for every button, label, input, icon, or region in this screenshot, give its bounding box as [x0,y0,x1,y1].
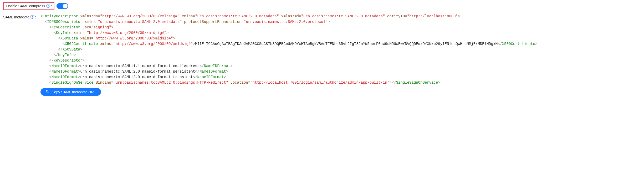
copy-button-label: Copy SAML metadata URL [52,90,96,94]
saml-metadata-viewer[interactable]: <EntityDescriptor xmlns:ds="http://www.w… [40,14,641,85]
help-icon[interactable]: ? [30,15,34,19]
label-colon: : [35,15,36,19]
svg-rect-0 [47,91,49,93]
toggle-knob [63,4,68,8]
label-colon: : [51,4,52,8]
enable-saml-compress-label: Enable SAML compress [6,4,45,8]
saml-metadata-label: SAML metadata [3,15,29,19]
enable-saml-compress-group: Enable SAML compress ? : [3,2,54,10]
help-icon[interactable]: ? [46,4,50,8]
copy-icon [46,90,49,94]
copy-saml-metadata-url-button[interactable]: Copy SAML metadata URL [40,88,101,96]
enable-saml-compress-toggle[interactable] [57,3,68,9]
